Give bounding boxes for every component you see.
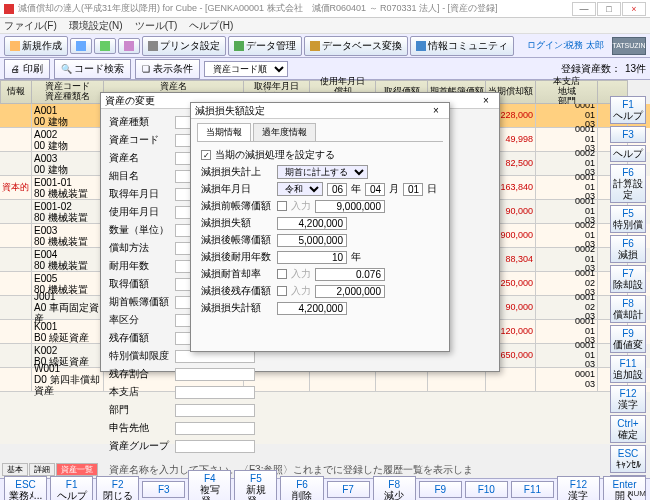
fn-button[interactable]: F8減少 [373,476,416,501]
fn-button[interactable]: F10 [465,481,508,498]
maximize-button[interactable]: □ [597,2,621,16]
impairment-dialog: 減損損失額設定× 当期情報 過年度情報 ✓当期の減損処理を設定する 減損損失計上… [190,102,450,352]
close-button[interactable]: × [622,2,646,16]
enable-check[interactable]: ✓ [201,150,211,160]
tab-current[interactable]: 当期情報 [197,123,251,141]
minimize-button[interactable]: — [572,2,596,16]
btab-basic[interactable]: 基本 [2,463,28,476]
side-button[interactable]: F11追加設 [610,355,646,383]
tb-btn-4[interactable] [118,38,140,54]
fn-button[interactable]: F6削除 [280,476,323,501]
btab-detail[interactable]: 詳細 [29,463,55,476]
col-loc: 本支店 地域 部門 [536,80,598,104]
menu-env[interactable]: 環境設定(N) [69,19,123,33]
side-button[interactable]: F6計算設定 [610,164,646,203]
menu-tool[interactable]: ツール(T) [135,19,178,33]
enable-label: 当期の減損処理を設定する [215,148,335,162]
fn-button[interactable]: F2閉じる [96,476,139,501]
titlebar: 減価償却の達人(平成31年度以降用) for Cube - [GENKA0000… [0,0,650,18]
tab-past[interactable]: 過年度情報 [253,123,316,141]
function-bar: ESC業務ﾒ...F1ヘルプF2閉じるF3F4複写登...F5新規登...F6削… [0,478,650,500]
side-button[interactable]: ESCｷｬﾝｾﾙ [610,445,646,473]
menubar: ファイル(F) 環境設定(N) ツール(T) ヘルプ(H) [0,18,650,34]
side-button[interactable]: F9価値変 [610,325,646,353]
fn-button[interactable]: F4複写登... [188,470,231,500]
logo: TATSUZIN [612,37,646,55]
side-button[interactable]: F5特別償 [610,205,646,233]
toolbar-main: 新規作成 プリンタ設定 データ管理 データベース変換 情報コミュニティ ログイン… [0,34,650,58]
side-button[interactable]: F12漢字 [610,385,646,413]
community-button[interactable]: 情報コミュニティ [410,36,514,56]
side-button[interactable]: F8償却計 [610,295,646,323]
col-code: 資産コード 資産種類名 [32,80,104,104]
side-button[interactable]: Ctrl+確定 [610,415,646,443]
fn-button[interactable]: F5新規登... [234,470,277,500]
printer-button[interactable]: プリンタ設定 [142,36,226,56]
print-button[interactable]: 🖨 印刷 [4,59,50,79]
window-title: 減価償却の達人(平成31年度以降用) for Cube - [GENKA0000… [18,2,572,15]
bottom-tabs: 基本 詳細 資産一覧 [0,462,100,476]
app-icon [4,4,14,14]
new-button[interactable]: 新規作成 [4,36,68,56]
fn-button[interactable]: ESC業務ﾒ... [4,476,47,501]
count-value: 13件 [625,62,646,76]
side-button[interactable]: ヘルプ [610,145,646,162]
side-button[interactable]: F1ヘルプ [610,96,646,124]
statusbar: NUM [628,489,646,498]
menu-file[interactable]: ファイル(F) [4,19,57,33]
sort-select[interactable]: 資産コード順 [204,61,288,77]
count-label: 登録資産数： [561,62,621,76]
code-search-button[interactable]: 🔍 コード検索 [54,59,132,79]
login-label: ログイン:税務 太郎 [527,39,604,52]
data-mgmt-button[interactable]: データ管理 [228,36,302,56]
side-button[interactable]: F7除却設 [610,265,646,293]
tb-btn-2[interactable] [70,38,92,54]
fn-button[interactable]: F9 [419,481,462,498]
tb-btn-3[interactable] [94,38,116,54]
side-button[interactable]: F3 [610,126,646,143]
fn-button[interactable]: F12漢字 [557,476,600,501]
fn-button[interactable]: F7 [327,481,370,498]
dialog2-tabs: 当期情報 過年度情報 [197,123,443,142]
dialog1-close[interactable]: × [477,95,495,106]
col-info: 情報 [0,80,32,104]
fn-button[interactable]: F3 [142,481,185,498]
dialog2-title: 減損損失額設定× [191,103,449,119]
side-buttons: F1ヘルプF3ヘルプF6計算設定F5特別償F6減損F7除却設F8償却計F9価値変… [610,96,646,500]
btab-list[interactable]: 資産一覧 [56,463,98,476]
dialog2-close[interactable]: × [427,105,445,116]
db-convert-button[interactable]: データベース変換 [304,36,408,56]
filter-button[interactable]: ❏ 表示条件 [135,59,200,79]
menu-help[interactable]: ヘルプ(H) [189,19,233,33]
fn-button[interactable]: F1ヘルプ [50,476,93,501]
side-button[interactable]: F6減損 [610,235,646,263]
fn-button[interactable]: F11 [511,481,554,498]
